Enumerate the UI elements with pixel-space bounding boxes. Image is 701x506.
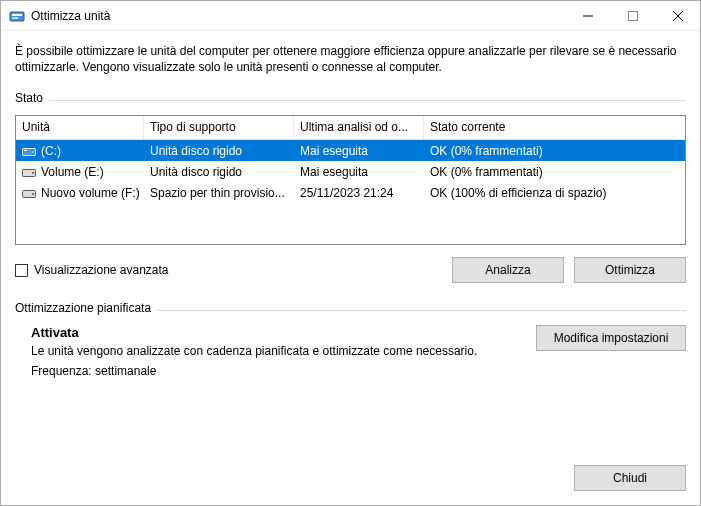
svg-point-9 xyxy=(32,151,34,153)
cell-state: OK (0% frammentati) xyxy=(424,163,685,181)
window-buttons xyxy=(565,1,700,30)
cell-state: OK (0% frammentati) xyxy=(424,142,685,160)
schedule-label: Ottimizzazione pianificata xyxy=(15,301,151,315)
status-section-header: Stato xyxy=(15,91,686,109)
titlebar: Ottimizza unità xyxy=(1,1,700,31)
footer: Chiudi xyxy=(1,455,700,505)
advanced-view-label: Visualizzazione avanzata xyxy=(34,263,169,277)
svg-rect-2 xyxy=(12,17,18,19)
schedule-block: Attivata Le unità vengono analizzate con… xyxy=(31,325,686,384)
svg-rect-0 xyxy=(10,12,24,21)
minimize-button[interactable] xyxy=(565,1,610,30)
cell-last: Mai eseguita xyxy=(294,142,424,160)
status-label: Stato xyxy=(15,91,43,105)
table-row[interactable]: Nuovo volume (F:)Spazio per thin provisi… xyxy=(16,182,685,203)
divider xyxy=(49,100,686,101)
drive-name: Volume (E:) xyxy=(41,165,104,179)
drive-name: (C:) xyxy=(41,144,61,158)
svg-point-13 xyxy=(32,193,34,195)
cell-last: 25/11/2023 21:24 xyxy=(294,184,424,202)
optimize-button[interactable]: Ottimizza xyxy=(574,257,686,283)
cell-last: Mai eseguita xyxy=(294,163,424,181)
cell-media: Unità disco rigido xyxy=(144,142,294,160)
svg-point-11 xyxy=(32,172,34,174)
content-area: È possibile ottimizzare le unità del com… xyxy=(1,31,700,455)
schedule-frequency: Frequenza: settimanale xyxy=(31,364,526,378)
table-header: Unità Tipo di supporto Ultima analisi od… xyxy=(16,116,685,140)
drive-name: Nuovo volume (F:) xyxy=(41,186,140,200)
drive-icon xyxy=(22,145,36,157)
description-text: È possibile ottimizzare le unità del com… xyxy=(15,43,686,75)
table-row[interactable]: Volume (E:)Unità disco rigidoMai eseguit… xyxy=(16,161,685,182)
drive-icon xyxy=(22,187,36,199)
svg-rect-1 xyxy=(12,14,22,16)
analyze-button[interactable]: Analizza xyxy=(452,257,564,283)
table-body: (C:)Unità disco rigidoMai eseguitaOK (0%… xyxy=(16,140,685,203)
schedule-description: Le unità vengono analizzate con cadenza … xyxy=(31,344,526,358)
schedule-section-header: Ottimizzazione pianificata xyxy=(15,301,686,319)
schedule-status: Attivata xyxy=(31,325,526,340)
divider xyxy=(157,310,686,311)
col-last[interactable]: Ultima analisi od o... xyxy=(294,116,424,139)
drives-table: Unità Tipo di supporto Ultima analisi od… xyxy=(15,115,686,245)
cell-state: OK (100% di efficienza di spazio) xyxy=(424,184,685,202)
app-icon xyxy=(9,8,25,24)
cell-media: Unità disco rigido xyxy=(144,163,294,181)
cell-unit: Volume (E:) xyxy=(16,163,144,181)
col-state[interactable]: Stato corrente xyxy=(424,116,685,139)
advanced-view-checkbox[interactable]: Visualizzazione avanzata xyxy=(15,263,169,277)
col-unit[interactable]: Unità xyxy=(16,116,144,139)
actions-row: Visualizzazione avanzata Analizza Ottimi… xyxy=(15,257,686,283)
checkbox-icon xyxy=(15,264,28,277)
svg-rect-4 xyxy=(628,11,637,20)
cell-unit: Nuovo volume (F:) xyxy=(16,184,144,202)
cell-unit: (C:) xyxy=(16,142,144,160)
close-button[interactable] xyxy=(655,1,700,30)
cell-media: Spazio per thin provisio... xyxy=(144,184,294,202)
svg-rect-8 xyxy=(24,150,27,151)
drive-icon xyxy=(22,166,36,178)
table-row[interactable]: (C:)Unità disco rigidoMai eseguitaOK (0%… xyxy=(16,140,685,161)
close-dialog-button[interactable]: Chiudi xyxy=(574,465,686,491)
col-media[interactable]: Tipo di supporto xyxy=(144,116,294,139)
maximize-button[interactable] xyxy=(610,1,655,30)
window-title: Ottimizza unità xyxy=(31,9,565,23)
change-settings-button[interactable]: Modifica impostazioni xyxy=(536,325,686,351)
